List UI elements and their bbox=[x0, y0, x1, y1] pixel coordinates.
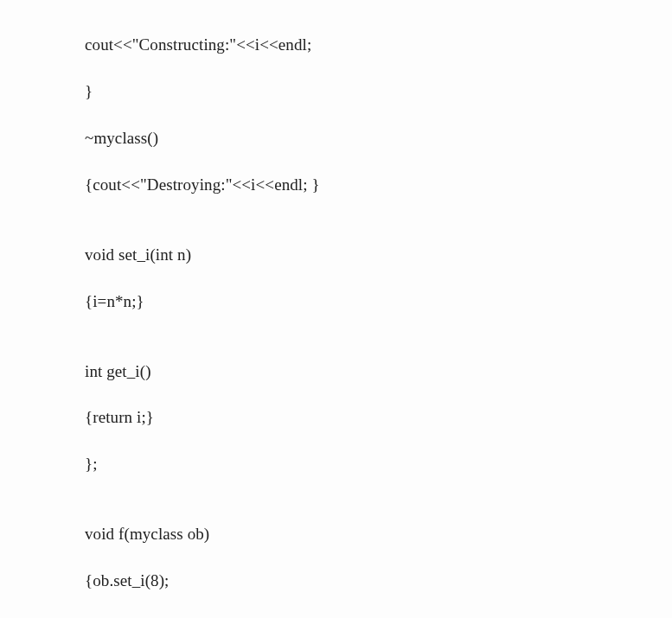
code-line: void f(myclass ob) bbox=[85, 523, 672, 546]
code-line: } bbox=[85, 80, 672, 104]
code-listing: cout<<"Constructing:"<<i<<endl; } ~mycla… bbox=[85, 10, 672, 618]
code-line: ~myclass() bbox=[85, 127, 672, 150]
code-line: {i=n*n;} bbox=[85, 290, 672, 314]
code-line: }; bbox=[85, 453, 672, 476]
code-line: cout<<"Constructing:"<<i<<endl; bbox=[85, 34, 672, 57]
code-line: void set_i(int n) bbox=[85, 244, 672, 267]
code-line: {return i;} bbox=[85, 406, 672, 430]
code-line: {cout<<"Destroying:"<<i<<endl; } bbox=[85, 174, 672, 197]
code-line: int get_i() bbox=[85, 360, 672, 384]
code-line: {ob.set_i(8); bbox=[85, 570, 672, 593]
